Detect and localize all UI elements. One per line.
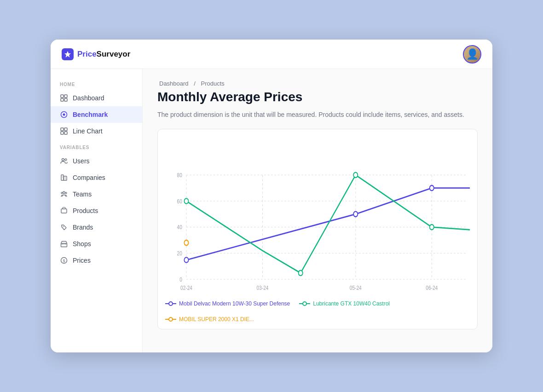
sidebar-item-brands[interactable]: Brands bbox=[51, 219, 142, 236]
users-label: Users bbox=[73, 157, 90, 165]
green-dot-3 bbox=[353, 173, 358, 178]
sidebar-item-companies[interactable]: Companies bbox=[51, 169, 142, 186]
dashboard-label: Dashboard bbox=[73, 94, 104, 102]
benchmark-icon bbox=[60, 110, 68, 119]
home-section-label: HOME bbox=[51, 76, 142, 90]
svg-rect-2 bbox=[61, 98, 64, 101]
breadcrumb-current: Products bbox=[201, 80, 224, 87]
breadcrumb: Dashboard / Products bbox=[157, 80, 478, 87]
svg-point-22 bbox=[63, 226, 64, 227]
legend-line-blue bbox=[165, 301, 176, 306]
sidebar: HOME Dashboard bbox=[51, 69, 143, 352]
svg-text:03-24: 03-24 bbox=[257, 285, 269, 291]
green-dot-2 bbox=[299, 271, 303, 276]
svg-text:20: 20 bbox=[177, 250, 182, 256]
svg-text:60: 60 bbox=[177, 198, 182, 204]
svg-point-50 bbox=[169, 317, 173, 321]
dashboard-icon bbox=[60, 94, 68, 102]
teams-label: Teams bbox=[73, 190, 92, 198]
title-prefix: Price bbox=[77, 50, 97, 58]
brands-icon bbox=[60, 223, 68, 231]
svg-point-20 bbox=[65, 192, 67, 194]
svg-rect-3 bbox=[64, 98, 67, 101]
green-dot-4 bbox=[430, 225, 434, 230]
line-chart-svg: .grid-line { stroke: #d1d5db; stroke-wid… bbox=[165, 138, 470, 295]
sidebar-item-dashboard[interactable]: Dashboard bbox=[51, 90, 142, 106]
svg-rect-8 bbox=[61, 132, 64, 134]
svg-text:80: 80 bbox=[177, 172, 182, 178]
svg-text:05-24: 05-24 bbox=[350, 285, 362, 291]
teams-icon bbox=[60, 190, 68, 198]
sidebar-item-products[interactable]: Products bbox=[51, 202, 142, 219]
svg-rect-21 bbox=[61, 209, 67, 213]
legend-label-yellow: MOBIL SUPER 2000 X1 DIE... bbox=[179, 316, 254, 323]
legend-item-yellow: MOBIL SUPER 2000 X1 DIE... bbox=[165, 316, 254, 323]
sidebar-item-shops[interactable]: Shops bbox=[51, 236, 142, 252]
svg-text:$: $ bbox=[63, 259, 65, 263]
legend-label-green: Lubricante GTX 10W40 Castrol bbox=[313, 300, 390, 307]
shops-icon bbox=[60, 240, 68, 248]
line-chart-label: Line Chart bbox=[73, 127, 103, 135]
legend-item-green: Lubricante GTX 10W40 Castrol bbox=[299, 300, 390, 307]
svg-text:0: 0 bbox=[179, 277, 182, 282]
prices-label: Prices bbox=[73, 257, 91, 264]
benchmark-label: Benchmark bbox=[73, 111, 108, 118]
svg-point-11 bbox=[65, 159, 67, 161]
products-icon bbox=[60, 207, 68, 215]
svg-point-10 bbox=[62, 159, 64, 161]
app-window: PriceSurveyor HOME Dashboard bbox=[51, 40, 492, 352]
svg-point-5 bbox=[63, 114, 65, 116]
legend-line-green bbox=[299, 301, 310, 306]
svg-point-18 bbox=[63, 191, 65, 193]
svg-rect-1 bbox=[64, 95, 67, 98]
prices-icon: $ bbox=[60, 256, 68, 265]
logo-area: PriceSurveyor bbox=[62, 48, 130, 60]
yellow-dot-1 bbox=[184, 240, 188, 245]
variables-section-label: VARIABLES bbox=[51, 139, 142, 153]
svg-point-48 bbox=[303, 302, 306, 306]
blue-dot-2 bbox=[353, 212, 358, 217]
svg-rect-7 bbox=[64, 128, 67, 131]
products-label: Products bbox=[73, 207, 98, 214]
svg-rect-13 bbox=[64, 176, 67, 180]
app-title: PriceSurveyor bbox=[77, 50, 130, 59]
line-chart-icon bbox=[60, 127, 68, 135]
svg-rect-6 bbox=[61, 128, 64, 131]
sidebar-item-benchmark[interactable]: Benchmark bbox=[51, 106, 142, 123]
top-bar: PriceSurveyor bbox=[51, 40, 492, 69]
logo-icon bbox=[62, 48, 74, 60]
svg-text:40: 40 bbox=[177, 224, 182, 230]
svg-rect-9 bbox=[64, 132, 67, 134]
svg-text:02-24: 02-24 bbox=[180, 285, 192, 291]
sidebar-item-line-chart[interactable]: Line Chart bbox=[51, 123, 142, 139]
breadcrumb-separator: / bbox=[194, 80, 196, 87]
avatar-image bbox=[464, 46, 480, 63]
chart-container: .grid-line { stroke: #d1d5db; stroke-wid… bbox=[157, 129, 478, 329]
sidebar-item-teams[interactable]: Teams bbox=[51, 186, 142, 202]
legend-label-blue: Mobil Delvac Modern 10W-30 Super Defense bbox=[179, 300, 290, 307]
svg-rect-0 bbox=[61, 95, 64, 98]
users-icon bbox=[60, 157, 68, 165]
page-title: Monthly Average Prices bbox=[157, 90, 478, 104]
legend-item-blue: Mobil Delvac Modern 10W-30 Super Defense bbox=[165, 300, 290, 307]
chart-legend: Mobil Delvac Modern 10W-30 Super Defense… bbox=[165, 300, 470, 323]
sidebar-item-prices[interactable]: $ Prices bbox=[51, 252, 142, 269]
brands-label: Brands bbox=[73, 224, 93, 231]
companies-icon bbox=[60, 173, 68, 182]
sidebar-item-users[interactable]: Users bbox=[51, 153, 142, 169]
title-suffix: Surveyor bbox=[97, 50, 131, 58]
blue-dot-1 bbox=[184, 257, 188, 262]
main-content: Dashboard / Products Monthly Average Pri… bbox=[143, 69, 492, 352]
main-layout: HOME Dashboard bbox=[51, 69, 492, 352]
svg-point-19 bbox=[61, 192, 63, 194]
legend-line-yellow bbox=[165, 317, 176, 322]
svg-text:06-24: 06-24 bbox=[426, 285, 438, 291]
companies-label: Companies bbox=[73, 174, 105, 181]
page-description: The product dimension is the unit that w… bbox=[157, 110, 478, 120]
user-avatar[interactable] bbox=[463, 45, 481, 63]
breadcrumb-parent: Dashboard bbox=[159, 80, 189, 87]
shops-label: Shops bbox=[73, 240, 91, 248]
chart-wrapper: .grid-line { stroke: #d1d5db; stroke-wid… bbox=[165, 138, 470, 297]
svg-point-46 bbox=[169, 302, 173, 306]
blue-dot-3 bbox=[430, 185, 434, 190]
